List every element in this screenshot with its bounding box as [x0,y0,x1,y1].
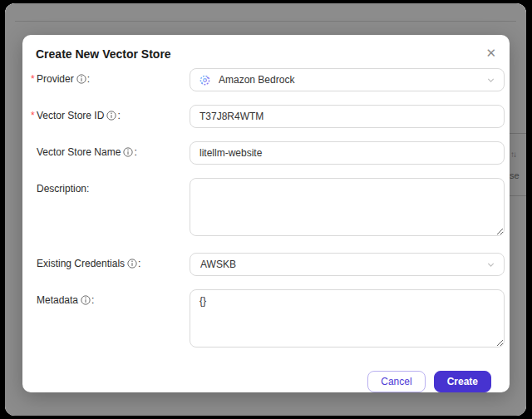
metadata-textarea[interactable]: {} [190,289,505,348]
field-label-existing-credentials: Existing Credentials: [22,258,190,271]
label-text: Vector Store ID [37,110,104,121]
info-icon[interactable] [127,259,137,271]
form-row-vector-store-id: *Vector Store ID: [22,105,505,128]
form-row-provider: *Provider: Amazon Bedrock [22,68,505,91]
label-colon: : [91,294,94,306]
browser-window: ↑↓ se Create New Vector Store ✕ *Provide… [5,3,526,416]
cancel-button[interactable]: Cancel [367,371,425,392]
info-icon[interactable] [123,147,133,160]
label-text: Description [37,183,86,195]
provider-select[interactable]: Amazon Bedrock [190,68,505,91]
field-cell [190,178,505,239]
vector-store-name-input[interactable] [190,141,505,165]
close-icon[interactable]: ✕ [485,47,496,60]
label-colon: : [86,183,89,195]
form-row-vector-store-name: Vector Store Name: [22,141,505,165]
info-icon[interactable] [76,74,86,86]
modal-header: Create New Vector Store ✕ [22,47,510,62]
create-vector-store-modal: Create New Vector Store ✕ *Provider: Ama… [22,35,510,392]
bedrock-logo-icon [199,74,211,86]
field-label-provider: *Provider: [22,73,190,86]
existing-credentials-select[interactable]: AWSKB [190,253,505,276]
field-label-metadata: Metadata: [22,289,190,308]
provider-selected-value: Amazon Bedrock [219,74,481,86]
required-mark: * [31,110,35,121]
field-label-description: Description: [22,178,190,195]
chevron-down-icon [486,76,495,85]
description-textarea[interactable] [190,178,505,236]
info-icon[interactable] [106,111,116,123]
chevron-down-icon [486,260,495,269]
existing-credentials-selected-value: AWSKB [200,259,481,270]
field-cell: AWSKB [190,253,505,276]
info-icon[interactable] [81,295,91,308]
label-colon: : [138,258,140,269]
label-colon: : [117,110,120,121]
label-text: Metadata [37,294,78,306]
create-button[interactable]: Create [434,371,491,392]
form-row-description: Description: [22,178,505,239]
modal-footer: Cancel Create [22,364,505,392]
label-text: Provider [37,73,74,85]
field-cell [190,105,505,128]
create-vector-store-form: *Provider: Amazon Bedrock *Vector Store … [22,68,510,392]
form-row-metadata: Metadata: {} [22,289,505,351]
modal-title: Create New Vector Store [36,47,496,62]
field-label-vector-store-id: *Vector Store ID: [22,105,190,123]
label-text: Existing Credentials [37,258,125,269]
form-row-existing-credentials: Existing Credentials: AWSKB [22,253,505,276]
vector-store-id-input[interactable] [190,105,505,128]
label-colon: : [134,146,136,158]
field-cell: Amazon Bedrock [190,68,505,91]
field-cell [190,141,505,165]
label-colon: : [87,73,90,85]
label-text: Vector Store Name [37,146,121,158]
required-mark: * [31,73,35,85]
field-cell: {} [190,289,505,351]
field-label-vector-store-name: Vector Store Name: [22,141,190,160]
